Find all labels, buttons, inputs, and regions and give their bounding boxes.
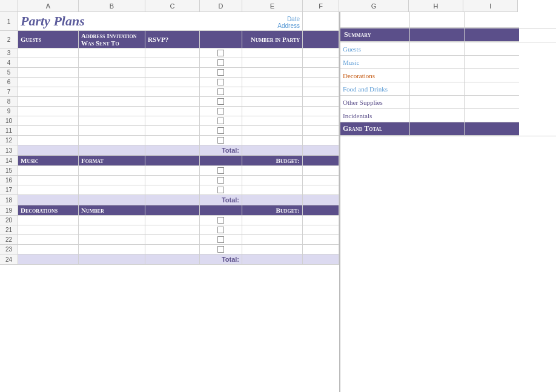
cell-22d[interactable] [200,235,242,245]
cell-16c[interactable] [145,176,200,185]
checkbox-4[interactable] [217,59,224,66]
cell-9b[interactable] [79,107,145,116]
cell-21b[interactable] [79,225,145,235]
cell-4c[interactable] [145,58,200,68]
cell-9c[interactable] [145,107,200,116]
cell-5a[interactable] [18,68,79,78]
cell-15c[interactable] [145,166,200,176]
cell-3b[interactable] [79,48,145,58]
cell-10f[interactable] [303,116,339,126]
cell-21a[interactable] [18,225,79,235]
cell-5d[interactable] [200,68,242,78]
checkbox-8[interactable] [217,98,224,105]
cell-12e[interactable] [242,136,303,145]
cell-3e[interactable] [242,48,303,58]
cell-9d[interactable] [200,107,242,116]
cell-16f[interactable] [303,176,339,185]
cell-22c[interactable] [145,235,200,245]
cell-7d[interactable] [200,87,242,97]
cell-23d[interactable] [200,245,242,254]
cell-20d[interactable] [200,216,242,225]
checkbox-10[interactable] [217,118,224,124]
checkbox-7[interactable] [217,88,224,95]
cell-20b[interactable] [79,216,145,225]
cell-21e[interactable] [242,225,303,235]
cell-16b[interactable] [79,176,145,185]
cell-17b[interactable] [79,185,145,195]
cell-22a[interactable] [18,235,79,245]
checkbox-16[interactable] [217,177,224,184]
checkbox-9[interactable] [217,108,224,115]
cell-23c[interactable] [145,245,200,254]
cell-17c[interactable] [145,185,200,195]
checkbox-3[interactable] [217,50,224,56]
cell-23e[interactable] [242,245,303,254]
cell-12d[interactable] [200,136,242,145]
cell-7a[interactable] [18,87,79,97]
checkbox-11[interactable] [217,127,224,134]
cell-15d[interactable] [200,166,242,176]
checkbox-20[interactable] [217,217,224,224]
summary-guests-i[interactable] [465,42,519,56]
cell-11e[interactable] [242,126,303,136]
cell-5b[interactable] [79,68,145,78]
summary-music-i[interactable] [465,56,519,69]
cell-21f[interactable] [303,225,339,235]
cell-20e[interactable] [242,216,303,225]
summary-decorations-i[interactable] [465,69,519,82]
cell-21c[interactable] [145,225,200,235]
cell-3a[interactable] [18,48,79,58]
checkbox-21[interactable] [217,227,224,233]
summary-incidentals-h[interactable] [410,109,465,122]
cell-15b[interactable] [79,166,145,176]
cell-7c[interactable] [145,87,200,97]
cell-5c[interactable] [145,68,200,78]
cell-4e[interactable] [242,58,303,68]
checkbox-17[interactable] [217,187,224,193]
cell-11a[interactable] [18,126,79,136]
checkbox-12[interactable] [217,137,224,144]
cell-12f[interactable] [303,136,339,145]
checkbox-6[interactable] [217,79,224,85]
cell-12c[interactable] [145,136,200,145]
checkbox-22[interactable] [217,236,224,243]
cell-15a[interactable] [18,166,79,176]
cell-10b[interactable] [79,116,145,126]
cell-7e[interactable] [242,87,303,97]
cell-8b[interactable] [79,97,145,107]
cell-17e[interactable] [242,185,303,195]
cell-23a[interactable] [18,245,79,254]
cell-10e[interactable] [242,116,303,126]
cell-22b[interactable] [79,235,145,245]
cell-23b[interactable] [79,245,145,254]
cell-23f[interactable] [303,245,339,254]
cell-15f[interactable] [303,166,339,176]
summary-decorations-h[interactable] [410,69,465,82]
cell-3f[interactable] [303,48,339,58]
cell-5f[interactable] [303,68,339,78]
cell-11f[interactable] [303,126,339,136]
summary-food-i[interactable] [465,82,519,96]
cell-10d[interactable] [200,116,242,126]
cell-9f[interactable] [303,107,339,116]
cell-12b[interactable] [79,136,145,145]
cell-8d[interactable] [200,97,242,107]
cell-21d[interactable] [200,225,242,235]
cell-4d[interactable] [200,58,242,68]
checkbox-23[interactable] [217,246,224,253]
cell-6e[interactable] [242,78,303,87]
summary-incidentals-i[interactable] [465,109,519,122]
cell-17d[interactable] [200,185,242,195]
cell-4a[interactable] [18,58,79,68]
summary-other-i[interactable] [465,96,519,109]
cell-8e[interactable] [242,97,303,107]
cell-11c[interactable] [145,126,200,136]
cell-20a[interactable] [18,216,79,225]
cell-6c[interactable] [145,78,200,87]
summary-other-h[interactable] [410,96,465,109]
cell-9e[interactable] [242,107,303,116]
cell-11b[interactable] [79,126,145,136]
summary-music-h[interactable] [410,56,465,69]
cell-22e[interactable] [242,235,303,245]
cell-10a[interactable] [18,116,79,126]
